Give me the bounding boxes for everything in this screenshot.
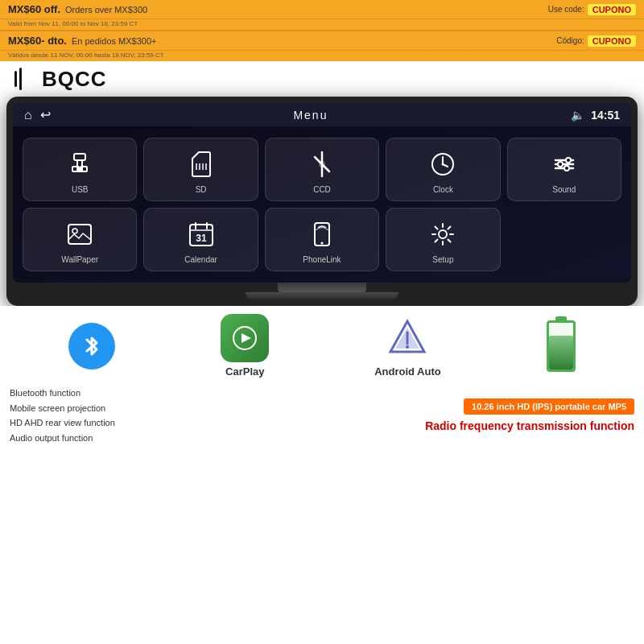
device-container: ⌂ ↩ Menu 🔈 14:51	[6, 97, 638, 306]
svg-marker-34	[242, 333, 251, 343]
speaker-icon: 🔈	[571, 109, 584, 122]
promo1-use-code: Use code:	[548, 5, 584, 14]
carplay-icon	[221, 314, 269, 362]
status-bar: ⌂ ↩ Menu 🔈 14:51	[13, 103, 631, 126]
brand-name: BQCC	[42, 67, 107, 92]
promo2-condition: En pedidos MX$300+	[72, 36, 157, 46]
carplay-label: CarPlay	[225, 365, 264, 378]
bottom-section: Bluetooth function Mobile screen project…	[0, 381, 644, 452]
promo2-code-label: Código:	[556, 36, 584, 45]
promo-banner-1: MX$60 off. Orders over MX$300 Use code: …	[0, 0, 644, 19]
svg-rect-2	[74, 154, 85, 160]
setup-label: Setup	[432, 255, 453, 264]
brand-header: BQCC	[0, 61, 644, 97]
usb-icon	[64, 148, 96, 180]
ccd-label: CCD	[313, 185, 331, 194]
bluetooth-feature	[68, 323, 115, 369]
menu-item-usb[interactable]: USB	[23, 138, 137, 201]
menu-item-sound[interactable]: Sound	[507, 138, 621, 201]
phonelink-icon	[306, 218, 338, 250]
menu-item-calendar[interactable]: 31 Calendar	[143, 208, 258, 271]
wallpaper-label: WallPaper	[61, 255, 98, 264]
calendar-icon: 31	[185, 218, 217, 250]
function-2: Mobile screen projection	[10, 401, 250, 416]
svg-point-22	[564, 166, 569, 171]
svg-rect-1	[19, 68, 22, 90]
promo1-validity: Valid from Nov 11, 00:00 to Nov 18, 23:5…	[0, 19, 644, 31]
sd-icon	[185, 148, 217, 180]
svg-text:31: 31	[196, 233, 207, 244]
setup-icon	[427, 218, 459, 250]
radio-text: Radio frequency transmission function	[425, 419, 634, 433]
clock-label: Clock	[433, 185, 453, 194]
svg-point-24	[72, 229, 77, 233]
phonelink-label: PhoneLink	[303, 255, 341, 264]
promo1-code: CUPONO	[588, 4, 636, 15]
sound-icon	[548, 148, 580, 180]
svg-point-16	[442, 163, 444, 166]
function-1: Bluetooth function	[10, 386, 250, 401]
function-3: HD AHD rear view function	[10, 415, 250, 431]
carplay-feature: CarPlay	[221, 314, 269, 378]
features-section: CarPlay Android Auto	[0, 306, 644, 381]
sound-label: Sound	[552, 185, 576, 194]
svg-point-32	[439, 230, 447, 238]
brand-icon	[13, 66, 39, 92]
menu-item-setup[interactable]: Setup	[386, 208, 500, 271]
usb-label: USB	[72, 185, 89, 194]
bluetooth-icon	[68, 323, 115, 369]
menu-grid: USB SD	[13, 126, 631, 283]
function-4: Audio output function	[10, 431, 250, 446]
wallpaper-icon	[64, 218, 96, 250]
promo1-condition: Orders over MX$300	[65, 5, 147, 14]
ccd-icon	[306, 148, 338, 180]
product-specs: 10.26 inch HD (IPS) portable car MP5 Rad…	[250, 398, 634, 433]
svg-rect-0	[14, 71, 17, 87]
back-icon[interactable]: ↩	[40, 107, 51, 122]
menu-empty-slot	[507, 208, 621, 271]
spec-badge: 10.26 inch HD (IPS) portable car MP5	[464, 398, 634, 415]
svg-point-20	[566, 158, 571, 163]
svg-point-21	[558, 162, 563, 167]
menu-item-wallpaper[interactable]: WallPaper	[23, 208, 137, 271]
promo-banner-2: MX$60- dto. En pedidos MX$300+ Código: C…	[0, 31, 644, 51]
menu-item-clock[interactable]: Clock	[386, 138, 500, 201]
home-icon[interactable]: ⌂	[24, 108, 32, 122]
promo2-discount: MX$60- dto.	[8, 35, 67, 47]
promo2-validity: Válidos desde 11 NOV, 00:00 hasta 18 NOV…	[0, 51, 644, 61]
clock-display: 14:51	[591, 109, 620, 122]
menu-item-phonelink[interactable]: PhoneLink	[265, 208, 379, 271]
promo2-code: CUPONO	[588, 35, 636, 47]
menu-item-ccd[interactable]: CCD	[265, 138, 379, 201]
sd-label: SD	[196, 185, 207, 194]
functions-list: Bluetooth function Mobile screen project…	[10, 386, 250, 446]
svg-point-31	[320, 242, 323, 245]
android-auto-icon	[383, 314, 431, 362]
menu-item-sd[interactable]: SD	[143, 138, 258, 201]
android-auto-label: Android Auto	[374, 365, 441, 378]
clock-icon	[427, 148, 459, 180]
menu-title: Menu	[293, 109, 328, 122]
svg-point-12	[319, 161, 325, 167]
promo1-discount: MX$60 off.	[8, 3, 60, 15]
android-auto-feature: Android Auto	[374, 314, 441, 378]
battery-feature	[547, 320, 576, 372]
device-screen: ⌂ ↩ Menu 🔈 14:51	[13, 103, 631, 283]
svg-point-38	[406, 345, 409, 349]
calendar-label: Calendar	[184, 255, 217, 264]
svg-rect-23	[68, 225, 91, 244]
